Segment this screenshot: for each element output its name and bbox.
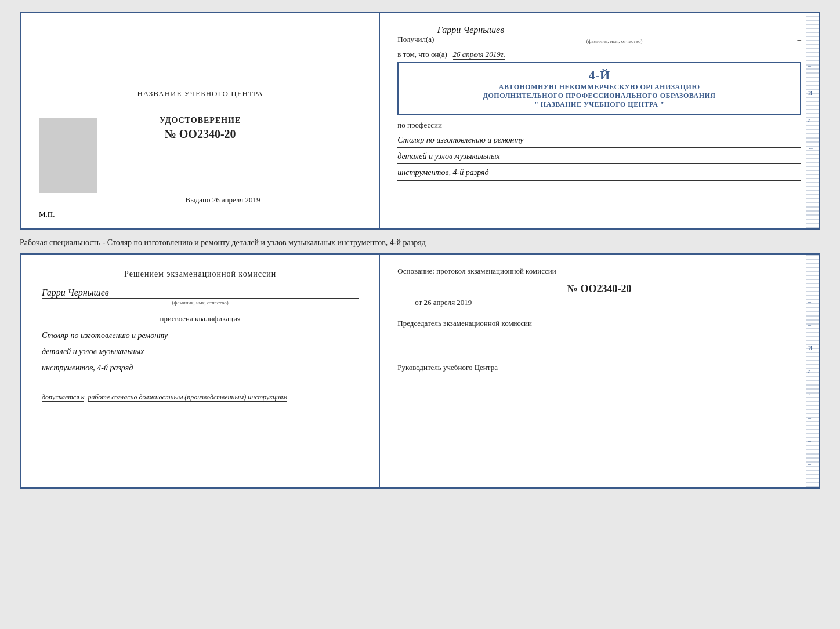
vtom-text: в том, что он(а) (397, 50, 447, 59)
cert-issued-date: 26 апреля 2019 (212, 195, 260, 205)
osnovaniye: Основание: протокол экзаменационной коми… (397, 267, 801, 276)
profession-line2-bottom: деталей и узлов музыкальных (42, 344, 359, 359)
stamp-box: 4-й АВТОНОМНУЮ НЕКОММЕРЧЕСКУЮ ОРГАНИЗАЦИ… (397, 62, 801, 115)
head-title: Руководитель учебного Центра (397, 363, 801, 372)
recipient-name-bottom: Гарри Чернышев (42, 288, 359, 299)
stamp-line3: " НАЗВАНИЕ УЧЕБНОГО ЦЕНТРА " (405, 100, 793, 109)
profession-text-top: Столяр по изготовлению и ремонту деталей… (397, 133, 801, 181)
profession-line1-top: Столяр по изготовлению и ремонту (397, 133, 801, 148)
date-val: 26 апреля 2019г. (453, 50, 505, 60)
right-chars: – – И а ← – – (808, 25, 816, 216)
cert-number: № OO2340-20 (160, 128, 241, 141)
protocol-number: № OO2340-20 (397, 283, 801, 295)
profession-line3-bottom: инструментов, 4-й разряд (42, 361, 359, 376)
vtom-line: в том, что он(а) 26 апреля 2019г. (397, 50, 801, 59)
bottom-certificate: Решением экзаменационной комиссии Гарри … (20, 253, 820, 489)
profession-line3-top: инструментов, 4-й разряд (397, 165, 801, 180)
ot-prefix: от (415, 298, 422, 307)
head-block: Руководитель учебного Центра (397, 363, 801, 398)
recipient-dash: – (797, 35, 801, 44)
recipient-prefix: Получил(а) (397, 35, 434, 44)
document-container: НАЗВАНИЕ УЧЕБНОГО ЦЕНТРА УДОСТОВЕРЕНИЕ №… (20, 12, 820, 489)
dopuskaetsya-block: допускается к работе согласно должностны… (42, 393, 359, 402)
cert-bottom-left: Решением экзаменационной комиссии Гарри … (21, 255, 380, 487)
prisvoena-text: присвоена квалификация (42, 314, 359, 323)
ot-date: от 26 апреля 2019 (397, 298, 801, 307)
stamp-line2: ДОПОЛНИТЕЛЬНОГО ПРОФЕССИОНАЛЬНОГО ОБРАЗО… (405, 92, 793, 100)
chairman-sig-line (397, 343, 479, 354)
chairman-block: Председатель экзаменационной комиссии (397, 319, 801, 354)
cert-bottom-right: Основание: протокол экзаменационной коми… (380, 255, 819, 487)
recipient-subtitle-top: (фамилия, имя, отчество) (437, 38, 791, 44)
recipient-name-top: Гарри Чернышев (437, 25, 791, 37)
dopuskaetsya-prefix: допускается к (42, 393, 84, 402)
profession-line2-top: деталей и узлов музыкальных (397, 149, 801, 164)
chairman-title: Председатель экзаменационной комиссии (397, 319, 801, 328)
po-professii: по профессии (397, 121, 801, 130)
cert-top-right: Получил(а) Гарри Чернышев (фамилия, имя,… (380, 13, 819, 228)
commission-title: Решением экзаменационной комиссии (42, 270, 359, 279)
photo-placeholder (39, 118, 97, 193)
cert-number-section: УДОСТОВЕРЕНИЕ № OO2340-20 (160, 116, 241, 141)
cert-top-left: НАЗВАНИЕ УЧЕБНОГО ЦЕНТРА УДОСТОВЕРЕНИЕ №… (21, 13, 380, 228)
cert-label: УДОСТОВЕРЕНИЕ (160, 116, 241, 125)
caption-text: Рабочая специальность - Столяр по изгото… (20, 235, 820, 250)
top-certificate: НАЗВАНИЕ УЧЕБНОГО ЦЕНТРА УДОСТОВЕРЕНИЕ №… (20, 12, 820, 230)
right-chars-bottom: – – – И а ← – – – (808, 267, 816, 475)
cert-issued: Выдано 26 апреля 2019 (185, 195, 260, 205)
recipient-line: Получил(а) Гарри Чернышев (фамилия, имя,… (397, 25, 801, 44)
profession-line1-bottom: Столяр по изготовлению и ремонту (42, 328, 359, 343)
ot-date-val: 26 апреля 2019 (424, 298, 472, 307)
cert-top-title: НАЗВАНИЕ УЧЕБНОГО ЦЕНТРА (137, 89, 263, 99)
mp-label: М.П. (39, 210, 55, 219)
cert-issued-label: Выдано (185, 195, 210, 204)
stamp-line1: АВТОНОМНУЮ НЕКОММЕРЧЕСКУЮ ОРГАНИЗАЦИЮ (405, 83, 793, 92)
recipient-subtitle-bottom: (фамилия, имя, отчество) (42, 300, 359, 306)
head-sig-line (397, 387, 479, 398)
dopuskaetsya-val: работе согласно должностным (производств… (88, 393, 287, 402)
stamp-big: 4-й (405, 68, 793, 83)
profession-text-bottom: Столяр по изготовлению и ремонту деталей… (42, 328, 359, 376)
